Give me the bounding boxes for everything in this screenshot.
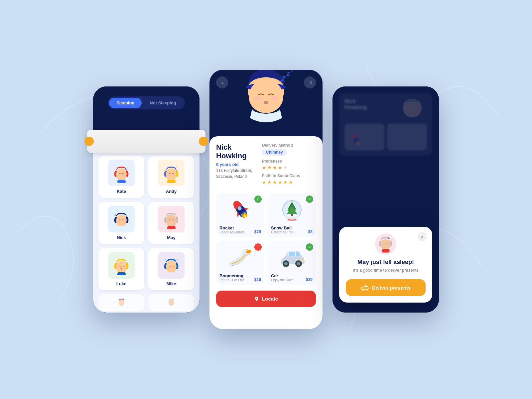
phone1-content: Boys Girls All [93,133,200,313]
svg-text:z: z [176,166,177,168]
svg-point-64 [294,215,295,216]
gift-card-car[interactable]: ✓ [268,241,316,285]
gift-footer-boomerang: Boomerang Return? Let's try! $16 [219,273,261,282]
gift-name-snowball: Snow Ball [271,225,294,230]
svg-text:Z: Z [291,70,294,72]
svg-point-39 [264,101,268,104]
kid-name-luke: Luke [116,281,126,286]
svg-point-7 [167,175,170,177]
gifts-grid: ✓ [216,193,316,285]
gift-name-boomerang: Boomerang [219,273,245,278]
svg-text:z: z [174,167,176,170]
gift-desc-car: Enjoy the Race [271,278,294,282]
faith-stars: ★ ★ ★ ★ ★ ★ [262,180,300,185]
kid-card-may[interactable]: May [148,202,194,244]
gift-name-car: Car [271,273,294,278]
gift-price-snowball: $8 [308,229,313,234]
gift-card-rocket[interactable]: ✓ [216,193,264,237]
kid-name-mike: Mike [167,281,176,286]
faith: Faith in Santa Claus ★ ★ ★ ★ ★ ★ [262,174,300,185]
svg-point-81 [366,289,368,291]
gift-footer-snowball: Snow Ball Christmas Tree $8 [271,225,313,234]
svg-point-70 [302,260,305,262]
delivery-method: Delivery Method Chimney [262,143,300,156]
gift-footer-rocket: Rocket Space Adventure $29 [219,225,261,234]
gift-name-rocket: Rocket [219,225,245,230]
gift-desc-snowball: Christmas Tree [271,230,294,234]
svg-point-14 [123,221,125,223]
kid-card-luke[interactable]: Luke [98,248,144,290]
gift-status-boomerang: − [254,243,262,251]
moon-button[interactable]: ☽ [304,76,316,88]
svg-point-61 [286,211,288,213]
kid-card-mike[interactable]: z z Mike [148,248,194,290]
phone1-header: Sleeping Not Sleeping [93,86,200,116]
sleeping-btn[interactable]: Sleeping [109,98,142,108]
gift-card-snowball[interactable]: ✓ [268,193,316,237]
svg-point-62 [295,210,296,211]
modal-close-button[interactable]: × [418,232,427,241]
svg-point-13 [117,221,120,223]
kid-info-top: Nick Howking 6 years old 113 Fairytale S… [216,143,316,188]
svg-point-27 [173,267,175,269]
gift-price-boomerang: $16 [254,277,261,282]
not-sleeping-btn[interactable]: Not Sleeping [142,98,183,108]
svg-point-63 [288,214,289,215]
modal-card: × z May just fell asleep! It's a good [339,227,432,303]
sled-icon [361,285,369,291]
gift-card-boomerang[interactable]: − [216,241,264,285]
svg-rect-76 [382,249,389,252]
svg-text:z: z [174,260,176,263]
modal-subtitle: It's a good time to deliver presents [346,268,426,273]
politeness: Politeness ★ ★ ★ ★ ★ [262,159,300,170]
svg-rect-3 [117,180,126,183]
gift-footer-car: Car Enjoy the Race $29 [271,273,313,282]
gift-desc-boomerang: Return? Let's try! [219,278,245,282]
avatar-mike: z z [158,252,185,279]
svg-rect-19 [167,226,176,229]
svg-point-67 [284,262,288,265]
sleep-toggle[interactable]: Sleeping Not Sleeping [108,96,185,109]
svg-point-21 [173,221,175,223]
svg-point-78 [388,244,390,246]
svg-point-80 [362,289,364,291]
kid-card-kate[interactable]: z z Kate [98,156,144,198]
kid-name-nick: Nick [117,235,126,240]
politeness-stars: ★ ★ ★ ★ ★ [262,165,300,170]
phone2-content: Nick Howking 6 years old 113 Fairytale S… [209,136,323,329]
kid-card-andy[interactable]: z z Andy [148,156,194,198]
kid-basic-info: Nick Howking 6 years old 113 Fairytale S… [216,143,252,183]
avatar-luke [108,252,135,279]
svg-text:z: z [124,167,126,170]
kid-extra-info: Delivery Method Chimney Politeness ★ ★ ★… [262,143,300,188]
sleeping-boy-illustration: Z Z Z [229,70,303,134]
kid-name-andy: Andy [166,189,177,194]
phone-2: ‹ ☽ [209,70,323,329]
svg-text:★: ★ [291,200,293,203]
avatar-kate: z z [108,160,135,186]
svg-text:Z: Z [281,75,286,83]
kid-address-1: 113 Fairytale Street, [216,168,252,173]
kids-grid: z z Kate [98,156,194,290]
svg-text:z: z [126,166,127,168]
gift-desc-rocket: Space Adventure [219,230,245,234]
deliver-presents-button[interactable]: Deliver presents [346,279,426,296]
locate-button[interactable]: Locate [216,291,316,307]
location-icon [254,296,259,302]
kid-name-may: May [167,235,175,240]
modal-title: May just fell asleep! [346,259,426,266]
kid-card-nick[interactable]: z z Nick [98,202,144,244]
svg-text:z: z [176,259,177,261]
svg-point-77 [381,244,384,246]
kid-name-display: Nick Howking [216,143,252,161]
kid-address-2: Szczecin, Poland [216,174,252,179]
svg-rect-9 [167,180,176,183]
svg-point-50 [235,211,237,213]
back-button[interactable]: ‹ [216,76,228,88]
scroll-decoration [87,130,205,153]
svg-point-22 [116,261,127,273]
avatar-nick: z z [108,206,135,232]
avatar-may [158,206,185,232]
svg-point-36 [249,80,283,113]
svg-rect-15 [117,226,126,229]
